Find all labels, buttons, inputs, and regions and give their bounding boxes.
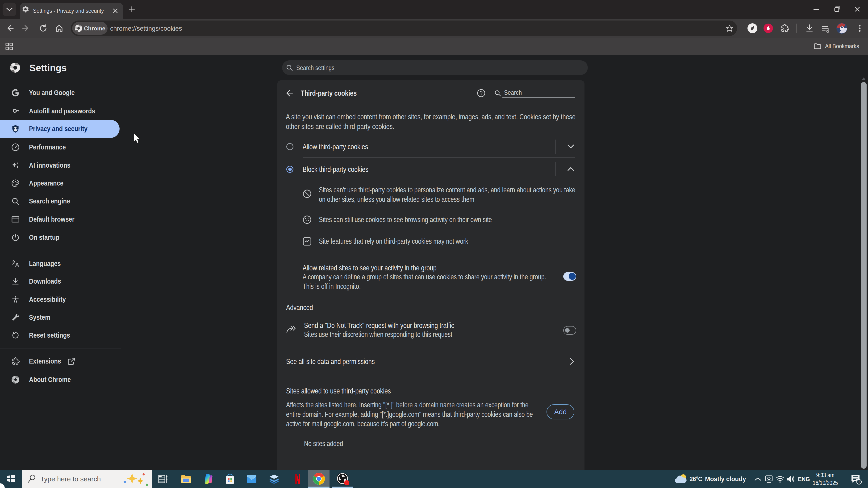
svg-text:1: 1 [858, 480, 860, 484]
